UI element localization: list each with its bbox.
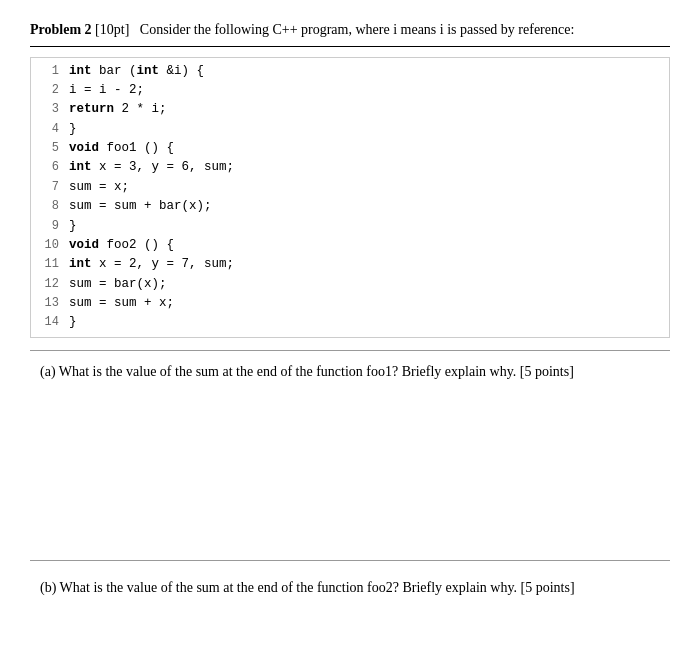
code-text: int x = 3, y = 6, sum; bbox=[69, 158, 234, 177]
question-part-a: (a) What is the value of the sum at the … bbox=[30, 361, 670, 382]
line-number: 6 bbox=[39, 158, 59, 177]
table-row: 12sum = bar(x); bbox=[39, 275, 661, 294]
line-number: 10 bbox=[39, 236, 59, 255]
line-number: 2 bbox=[39, 81, 59, 100]
line-number: 3 bbox=[39, 100, 59, 119]
problem-header: Problem 2 [10pt] Consider the following … bbox=[30, 20, 670, 47]
code-text: } bbox=[69, 313, 77, 332]
table-row: 8sum = sum + bar(x); bbox=[39, 197, 661, 216]
code-block: 1int bar (int &i) {2i = i - 2;3return 2 … bbox=[30, 57, 670, 338]
table-row: 13sum = sum + x; bbox=[39, 294, 661, 313]
line-number: 1 bbox=[39, 62, 59, 81]
table-row: 7sum = x; bbox=[39, 178, 661, 197]
problem-description: Consider the following C++ program, wher… bbox=[140, 22, 575, 37]
answer-area-a bbox=[30, 390, 670, 550]
line-number: 5 bbox=[39, 139, 59, 158]
problem-number: Problem 2 bbox=[30, 22, 92, 37]
code-text: } bbox=[69, 120, 77, 139]
line-number: 12 bbox=[39, 275, 59, 294]
table-row: 1int bar (int &i) { bbox=[39, 62, 661, 81]
line-number: 13 bbox=[39, 294, 59, 313]
line-number: 14 bbox=[39, 313, 59, 332]
line-number: 8 bbox=[39, 197, 59, 216]
table-row: 14} bbox=[39, 313, 661, 332]
question-part-b: (b) What is the value of the sum at the … bbox=[30, 577, 670, 598]
part-b-text: (b) What is the value of the sum at the … bbox=[40, 580, 575, 595]
line-number: 7 bbox=[39, 178, 59, 197]
code-text: sum = x; bbox=[69, 178, 129, 197]
code-text: void foo2 () { bbox=[69, 236, 174, 255]
code-text: sum = bar(x); bbox=[69, 275, 167, 294]
code-text: sum = sum + bar(x); bbox=[69, 197, 212, 216]
table-row: 2i = i - 2; bbox=[39, 81, 661, 100]
table-row: 10void foo2 () { bbox=[39, 236, 661, 255]
code-text: sum = sum + x; bbox=[69, 294, 174, 313]
table-row: 11int x = 2, y = 7, sum; bbox=[39, 255, 661, 274]
table-row: 5void foo1 () { bbox=[39, 139, 661, 158]
table-row: 6int x = 3, y = 6, sum; bbox=[39, 158, 661, 177]
divider-a bbox=[30, 350, 670, 351]
code-text: int x = 2, y = 7, sum; bbox=[69, 255, 234, 274]
line-number: 11 bbox=[39, 255, 59, 274]
problem-points: [10pt] bbox=[95, 22, 129, 37]
line-number: 4 bbox=[39, 120, 59, 139]
code-text: } bbox=[69, 217, 77, 236]
part-a-text: (a) What is the value of the sum at the … bbox=[40, 364, 574, 379]
table-row: 4} bbox=[39, 120, 661, 139]
code-text: int bar (int &i) { bbox=[69, 62, 204, 81]
code-text: void foo1 () { bbox=[69, 139, 174, 158]
table-row: 3return 2 * i; bbox=[39, 100, 661, 119]
table-row: 9} bbox=[39, 217, 661, 236]
code-text: return 2 * i; bbox=[69, 100, 167, 119]
bottom-question: (b) What is the value of the sum at the … bbox=[30, 560, 670, 598]
line-number: 9 bbox=[39, 217, 59, 236]
code-text: i = i - 2; bbox=[69, 81, 144, 100]
